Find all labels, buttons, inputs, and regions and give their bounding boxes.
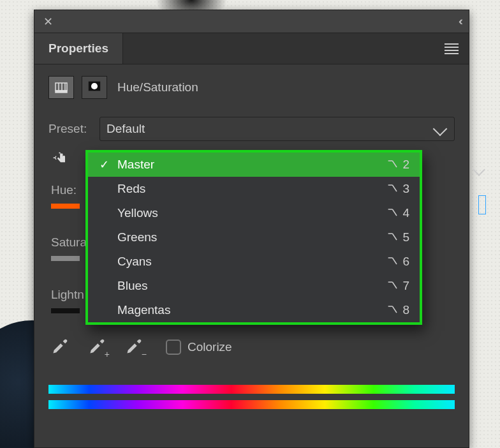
option-key-icon — [387, 303, 400, 317]
option-key-icon — [387, 279, 400, 293]
option-shortcut: 7 — [387, 279, 409, 293]
adjustment-title: Hue/Saturation — [117, 80, 198, 94]
color-range-option[interactable]: ✓Greens5 — [88, 225, 420, 250]
color-range-dropdown: ✓Master2✓Reds3✓Yellows4✓Greens5✓Cyans6✓B… — [85, 150, 422, 325]
color-range-option[interactable]: ✓Cyans6 — [88, 250, 420, 274]
option-label: Reds — [117, 182, 145, 196]
checkbox-icon[interactable] — [166, 340, 181, 355]
mask-thumb-icon[interactable] — [82, 76, 107, 99]
option-shortcut: 6 — [387, 255, 409, 269]
adjustment-type-icon[interactable] — [48, 76, 74, 99]
option-shortcut: 2 — [387, 158, 409, 172]
panel-menu-icon[interactable] — [434, 33, 469, 64]
colorize-label: Colorize — [188, 340, 232, 354]
targeted-adjust-icon[interactable] — [48, 150, 73, 168]
option-label: Magentas — [117, 303, 170, 317]
hue-track[interactable] — [51, 204, 80, 209]
color-range-option[interactable]: ✓Yellows4 — [88, 201, 420, 225]
option-label: Yellows — [117, 206, 158, 220]
option-key-icon — [387, 182, 400, 196]
chevron-down-icon — [433, 122, 448, 137]
tab-row: Properties — [34, 33, 469, 64]
spectrum-bar-top[interactable] — [48, 385, 455, 394]
option-label: Master — [117, 158, 154, 172]
lightness-track[interactable] — [51, 308, 80, 313]
eyedropper-plus-icon[interactable]: + — [88, 338, 107, 357]
tab-label: Properties — [48, 41, 108, 56]
option-shortcut: 4 — [387, 206, 409, 220]
eyedropper-icon[interactable] — [51, 338, 70, 357]
option-key-icon — [387, 230, 400, 244]
option-shortcut: 5 — [387, 230, 409, 244]
option-shortcut: 3 — [387, 182, 409, 196]
close-icon[interactable]: ✕ — [43, 15, 53, 29]
preset-label: Preset: — [48, 122, 92, 136]
svg-point-6 — [91, 83, 98, 89]
option-label: Blues — [117, 279, 148, 293]
collapse-icon[interactable]: ‹‹ — [459, 15, 460, 28]
color-range-option[interactable]: ✓Magentas8 — [88, 298, 420, 322]
tab-properties[interactable]: Properties — [34, 33, 123, 64]
option-key-icon — [387, 158, 400, 172]
check-icon: ✓ — [98, 158, 110, 172]
colorize-checkbox[interactable]: Colorize — [166, 340, 232, 355]
spectrum-bar-bottom[interactable] — [48, 400, 455, 409]
preset-select[interactable]: Default — [99, 117, 455, 141]
option-label: Cyans — [117, 255, 152, 269]
option-label: Greens — [117, 230, 157, 244]
option-key-icon — [387, 255, 400, 269]
value-field-outline[interactable] — [478, 195, 486, 214]
svg-rect-4 — [55, 91, 67, 93]
titlebar: ✕ ‹‹ — [34, 10, 469, 33]
color-range-option[interactable]: ✓Reds3 — [88, 177, 420, 201]
color-range-option[interactable]: ✓Blues7 — [88, 274, 420, 298]
saturation-track[interactable] — [51, 256, 80, 261]
preset-value: Default — [107, 122, 145, 136]
eyedropper-minus-icon[interactable]: − — [125, 338, 144, 357]
color-range-option[interactable]: ✓Master2 — [88, 153, 420, 177]
option-shortcut: 8 — [387, 303, 409, 317]
option-key-icon — [387, 206, 400, 220]
